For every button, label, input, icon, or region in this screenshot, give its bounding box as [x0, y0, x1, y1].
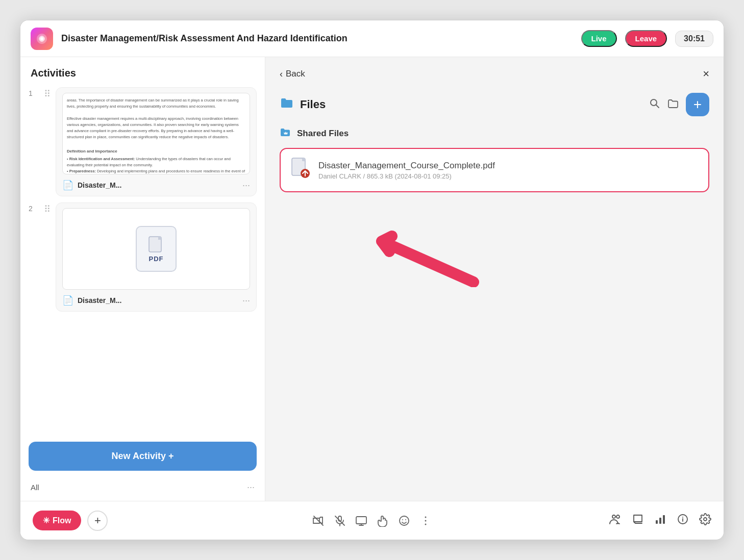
document-icon: 📄: [62, 180, 73, 191]
folder-icon[interactable]: [667, 98, 679, 112]
files-actions: +: [649, 93, 709, 116]
svg-point-16: [425, 520, 427, 521]
shared-heading: Shared Files: [297, 129, 349, 139]
doc-name-2: Disaster_M...: [78, 296, 238, 304]
close-button[interactable]: ×: [703, 67, 709, 81]
chat-icon[interactable]: [632, 513, 644, 528]
drag-handle-icon[interactable]: ⠿: [44, 87, 51, 99]
back-label: Back: [286, 69, 305, 79]
files-heading: Files: [300, 98, 326, 111]
activities-panel: Activities 1 ⠿ areas. The importance of …: [20, 57, 265, 501]
file-card-highlighted[interactable]: Disaster_Management_Course_Complete.pdf …: [280, 148, 709, 192]
pdf-icon-large: PDF: [136, 226, 177, 272]
new-activity-label: New Activity +: [112, 451, 174, 462]
activities-heading: Activities: [20, 67, 265, 87]
analytics-icon[interactable]: [654, 513, 666, 528]
pdf-label: PDF: [149, 255, 164, 263]
header-title: Disaster Management/Risk Assessment And …: [61, 33, 573, 44]
more-options-icon[interactable]: [419, 515, 432, 527]
activity-card-1[interactable]: areas. The importance of disaster manage…: [56, 87, 257, 196]
svg-point-24: [682, 517, 683, 518]
bottom-toolbar: ✳ Flow +: [20, 501, 724, 540]
shared-folder-icon: [280, 126, 292, 141]
toolbar-center-tools: [312, 515, 432, 527]
flow-asterisk-icon: ✳: [43, 516, 49, 525]
svg-rect-22: [663, 515, 665, 524]
mic-off-icon[interactable]: [334, 515, 346, 527]
files-folder-icon: [280, 96, 294, 114]
doc-menu-icon[interactable]: ···: [242, 180, 250, 191]
add-button[interactable]: +: [87, 511, 108, 531]
svg-point-19: [616, 515, 619, 518]
svg-point-17: [425, 523, 427, 525]
svg-point-14: [405, 519, 406, 520]
file-name: Disaster_Management_Course_Complete.pdf: [318, 161, 698, 171]
arrow-annotation: [280, 211, 709, 287]
plus-icon: +: [94, 514, 101, 527]
svg-rect-11: [356, 517, 366, 524]
emoji-icon[interactable]: [398, 515, 410, 527]
flow-label: Flow: [53, 516, 71, 525]
doc-menu-icon[interactable]: ···: [242, 295, 250, 306]
list-item: 2 ⠿ PDF: [29, 202, 257, 312]
svg-point-15: [425, 516, 427, 518]
toolbar-right-icons: [609, 513, 711, 528]
svg-point-25: [704, 518, 707, 521]
shared-files-section: Shared Files Disaster_Mana: [280, 126, 709, 192]
document-icon: 📄: [62, 295, 73, 306]
doc-footer-2: 📄 Disaster_M... ···: [62, 295, 250, 306]
file-meta: Daniel CLARK / 865.3 kB (2024-08-01 09:2…: [318, 172, 698, 180]
flow-button[interactable]: ✳ Flow: [33, 511, 81, 530]
doc-thumbnail-1: areas. The importance of disaster manage…: [62, 93, 250, 174]
activity-card-2[interactable]: PDF 📄 Disaster_M... ···: [56, 202, 257, 312]
svg-point-3: [651, 99, 657, 106]
svg-rect-2: [158, 237, 161, 240]
add-file-button[interactable]: +: [686, 93, 709, 116]
session-timer: 30:51: [675, 31, 713, 47]
header: Disaster Management/Risk Assessment And …: [20, 20, 724, 57]
shared-title-row: Shared Files: [280, 126, 709, 141]
plus-icon: +: [693, 97, 702, 112]
svg-rect-5: [302, 158, 305, 161]
chevron-left-icon: ‹: [280, 69, 283, 80]
doc-footer-1: 📄 Disaster_M... ···: [62, 180, 250, 191]
all-label: All: [31, 483, 39, 492]
pdf-thumbnail: PDF: [62, 208, 250, 290]
list-item: 1 ⠿ areas. The importance of disaster ma…: [29, 87, 257, 196]
search-icon[interactable]: [649, 98, 660, 112]
svg-rect-20: [656, 520, 658, 524]
activities-list: 1 ⠿ areas. The importance of disaster ma…: [20, 87, 265, 434]
doc-thumbnail-text: areas. The importance of disaster manage…: [67, 97, 245, 174]
app-logo: [31, 28, 53, 50]
app-window: Disaster Management/Risk Assessment And …: [20, 20, 724, 540]
files-title-row: Files: [280, 96, 326, 114]
raise-hand-icon[interactable]: [377, 515, 389, 527]
all-row: All ···: [20, 477, 265, 501]
all-menu-icon[interactable]: ···: [247, 482, 255, 493]
activity-number: 2: [29, 202, 39, 213]
svg-point-12: [400, 516, 409, 525]
new-activity-button[interactable]: New Activity +: [29, 442, 257, 471]
svg-point-0: [40, 37, 43, 40]
settings-icon[interactable]: [699, 513, 711, 528]
svg-point-13: [402, 519, 403, 520]
drag-handle-icon[interactable]: ⠿: [44, 202, 51, 215]
files-section-header: Files +: [280, 93, 709, 116]
camera-off-icon[interactable]: [312, 515, 325, 527]
files-panel: ‹ Back × Files: [265, 57, 724, 501]
svg-rect-21: [659, 518, 661, 524]
live-badge[interactable]: Live: [581, 30, 617, 47]
pdf-acrobat-icon: [291, 157, 310, 183]
people-icon[interactable]: [609, 513, 622, 528]
leave-button[interactable]: Leave: [625, 30, 667, 47]
main-content: Activities 1 ⠿ areas. The importance of …: [20, 57, 724, 501]
info-icon[interactable]: [677, 513, 689, 528]
files-nav: ‹ Back ×: [280, 67, 709, 81]
activity-number: 1: [29, 87, 39, 97]
svg-point-18: [612, 515, 615, 518]
screen-share-icon[interactable]: [355, 515, 367, 527]
doc-name-1: Disaster_M...: [78, 181, 238, 189]
back-button[interactable]: ‹ Back: [280, 69, 305, 80]
file-card-info: Disaster_Management_Course_Complete.pdf …: [318, 161, 698, 180]
